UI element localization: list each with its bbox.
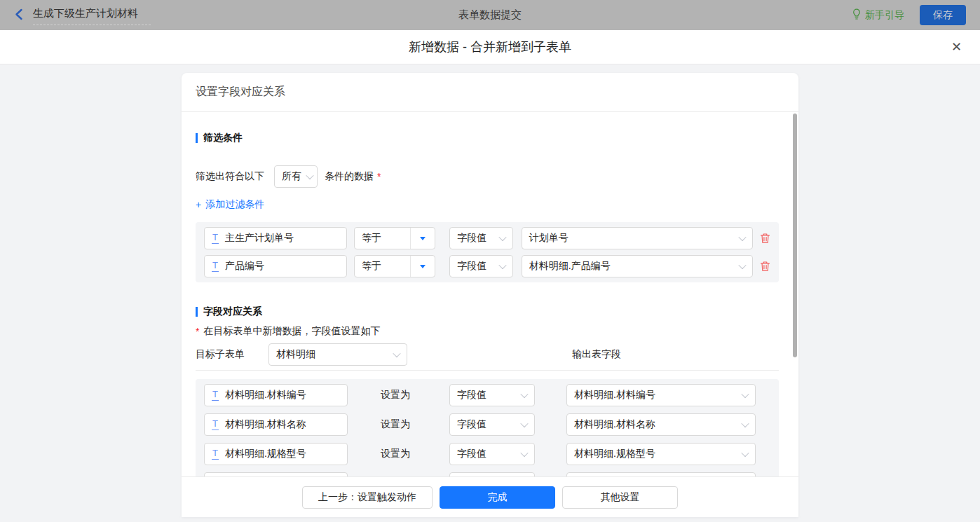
- set-as-label: 设置为: [381, 389, 411, 401]
- value-select[interactable]: 材料明细.材料编号: [566, 384, 756, 406]
- divider: [196, 370, 779, 371]
- filter-sentence-suffix: 条件的数据: [325, 170, 374, 183]
- filter-field-input[interactable]: T 产品编号: [204, 255, 347, 277]
- done-button[interactable]: 完成: [440, 486, 555, 509]
- mapping-row: T 材料明细.材料名称 设置为 字段值 材料明细.材料名称: [204, 413, 770, 436]
- filter-field-input[interactable]: T 主生产计划单号: [204, 227, 347, 249]
- value-type-select[interactable]: 字段值: [449, 227, 513, 249]
- caret-down-icon: [420, 237, 426, 240]
- target-subform-label: 目标子表单: [196, 348, 245, 361]
- mapping-section-title: 字段对应关系: [196, 305, 784, 318]
- mapping-row: T 材料明细.规格型号 设置为 字段值 材料明细.规格型号: [204, 443, 770, 465]
- chevron-down-icon: [520, 449, 528, 457]
- mapping-field-input[interactable]: T 材料明细.材料名称: [204, 413, 348, 436]
- value-select[interactable]: 计划单号: [522, 227, 753, 249]
- output-fields-label: 输出表字段: [572, 348, 621, 361]
- chevron-down-icon: [738, 261, 746, 269]
- beginner-guide-label: 新手引导: [865, 9, 904, 22]
- chevron-down-icon: [393, 350, 400, 357]
- chevron-down-icon: [498, 261, 506, 269]
- value-select[interactable]: 材料明细.规格型号: [566, 443, 756, 465]
- text-field-icon: T: [212, 233, 219, 244]
- close-icon[interactable]: ✕: [951, 41, 962, 53]
- add-filter-condition-link[interactable]: + 添加过滤条件: [196, 198, 264, 211]
- chevron-down-icon: [741, 420, 749, 427]
- previous-step-button[interactable]: 上一步：设置触发动作: [302, 486, 433, 509]
- modal-body: 设置字段对应关系 筛选条件 筛选出符合以下 所有 条件的数据 * + 添加过滤条…: [0, 64, 980, 522]
- filter-row: T 产品编号 等于 字段值 材料明细.产品编号: [204, 255, 770, 277]
- mapping-row: T 材料明细.材料编号 设置为 字段值 材料明细.材料编号: [204, 384, 770, 406]
- chevron-down-icon: [520, 390, 528, 398]
- save-button[interactable]: 保存: [920, 5, 966, 25]
- trash-icon: [760, 233, 770, 244]
- page-title: 表单数据提交: [458, 8, 522, 22]
- value-type-select[interactable]: 字段值: [449, 384, 535, 406]
- text-field-icon: T: [212, 419, 219, 430]
- set-as-label: 设置为: [381, 418, 411, 431]
- text-field-icon: T: [212, 261, 219, 272]
- beginner-guide-link[interactable]: 新手引导: [852, 8, 904, 22]
- value-type-select[interactable]: 字段值: [449, 443, 535, 465]
- chevron-down-icon: [306, 172, 313, 179]
- section-marker: [196, 133, 198, 143]
- mapping-note: * 在目标表单中新增数据，字段值设置如下: [196, 325, 784, 338]
- set-as-label: 设置为: [381, 448, 411, 460]
- delete-condition-button[interactable]: [760, 233, 770, 244]
- top-bar: 生成下级生产计划材料 表单数据提交 新手引导 保存: [0, 0, 980, 30]
- plus-icon: +: [196, 199, 201, 210]
- value-type-select[interactable]: 字段值: [449, 255, 513, 277]
- modal-header: 新增数据 - 合并新增到子表单 ✕: [0, 30, 980, 64]
- chevron-left-icon: [14, 8, 23, 22]
- match-mode-select[interactable]: 所有: [274, 165, 318, 188]
- chevron-down-icon: [738, 233, 746, 241]
- filter-row: T 主生产计划单号 等于 字段值 计划单号: [204, 227, 770, 249]
- filter-section-title: 筛选条件: [196, 132, 784, 144]
- text-field-icon: T: [212, 390, 219, 401]
- operator-select[interactable]: 等于: [354, 255, 435, 277]
- mapping-field-input[interactable]: T 材料明细.规格型号: [204, 443, 348, 465]
- modal-footer: 上一步：设置触发动作 完成 其他设置: [182, 476, 798, 517]
- value-select[interactable]: 材料明细.产品编号: [522, 255, 753, 277]
- modal-title: 新增数据 - 合并新增到子表单: [409, 39, 571, 55]
- back-button[interactable]: [14, 8, 23, 22]
- chevron-down-icon: [498, 233, 506, 241]
- section-marker: [196, 307, 198, 317]
- caret-down-icon: [420, 265, 426, 268]
- flow-title[interactable]: 生成下级生产计划材料: [33, 6, 151, 25]
- value-type-select[interactable]: 字段值: [449, 413, 535, 436]
- required-mark: *: [196, 326, 199, 337]
- text-field-icon: T: [212, 448, 219, 460]
- card-header: 设置字段对应关系: [182, 73, 798, 112]
- target-subform-select[interactable]: 材料明细: [268, 343, 407, 366]
- chevron-down-icon: [741, 449, 749, 457]
- mapping-field-input[interactable]: T 材料明细.材料编号: [204, 384, 348, 406]
- other-settings-button[interactable]: 其他设置: [562, 486, 678, 509]
- required-mark: *: [377, 171, 381, 182]
- operator-select[interactable]: 等于: [354, 227, 435, 249]
- lightbulb-icon: [852, 8, 862, 22]
- filter-conditions-box: T 主生产计划单号 等于 字段值 计划单号: [196, 222, 779, 282]
- chevron-down-icon: [741, 390, 749, 398]
- scrollbar-thumb[interactable]: [793, 114, 797, 357]
- value-select[interactable]: 材料明细.材料名称: [566, 413, 756, 436]
- chevron-down-icon: [520, 420, 528, 427]
- delete-condition-button[interactable]: [760, 261, 770, 272]
- settings-card: 设置字段对应关系 筛选条件 筛选出符合以下 所有 条件的数据 * + 添加过滤条…: [182, 73, 798, 517]
- trash-icon: [760, 261, 770, 272]
- filter-sentence-prefix: 筛选出符合以下: [196, 170, 264, 183]
